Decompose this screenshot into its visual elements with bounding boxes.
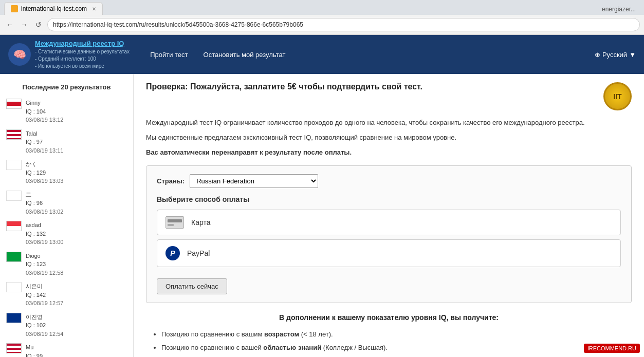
payment-option-paypal[interactable]: P PayPal: [157, 239, 621, 267]
result-time: 03/08/19 13:11: [26, 146, 63, 155]
bottom-section: В дополнении к вашему показателю уровня …: [146, 313, 632, 357]
result-iq: IQ : 142: [26, 291, 63, 299]
result-name: Talal: [26, 129, 63, 138]
browser-toolbar: ← → ↺: [0, 15, 644, 34]
result-item: かく IQ : 129 03/08/19 13:03: [0, 157, 133, 188]
tab-label: international-iq-test.com: [21, 5, 87, 12]
result-time: 03/08/19 12:58: [26, 269, 63, 277]
bullet-list: Позицию по сравнению с вашим возрастом (…: [146, 328, 632, 357]
result-item: 이진영 IQ : 102 03/08/19 12:54: [0, 310, 133, 341]
result-info: Mu IQ : 99 03/08/19 12:52: [26, 343, 63, 357]
tab-bar: international-iq-test.com ✕ energiazer..…: [0, 0, 644, 15]
result-info: Talal IQ : 97 03/08/19 13:11: [26, 129, 63, 155]
result-info: 시은미 IQ : 142 03/08/19 12:57: [26, 282, 63, 308]
result-info: Ginny IQ : 104 03/08/19 13:12: [26, 99, 63, 124]
result-time: 03/08/19 13:03: [26, 177, 63, 185]
result-item: 시은미 IQ : 142 03/08/19 12:57: [0, 279, 133, 310]
result-iq: IQ : 104: [26, 107, 63, 116]
flag-icon: [6, 99, 22, 109]
flag-icon: [6, 221, 22, 231]
site-header: 🧠 Международный реестр IQ - Статистическ…: [0, 35, 644, 74]
logo-text: Международный реестр IQ - Статистические…: [35, 39, 130, 70]
payment-method-title: Выберите способ оплаты: [157, 195, 621, 203]
lang-selector[interactable]: ⊕ Русский ▼: [595, 51, 636, 59]
main-content: Последние 20 результатов Ginny IQ : 104 …: [0, 74, 644, 357]
result-name: Ginny: [26, 99, 63, 107]
result-item: Talal IQ : 97 03/08/19 13:11: [0, 127, 133, 158]
card-icon: [165, 216, 184, 229]
refresh-button[interactable]: ↺: [33, 19, 44, 30]
country-label: Страны:: [157, 177, 185, 185]
active-tab[interactable]: international-iq-test.com ✕: [4, 2, 103, 15]
country-select[interactable]: Russian Federation: [190, 174, 318, 188]
site-logo: 🧠 Международный реестр IQ - Статистическ…: [8, 39, 130, 70]
result-name: asdad: [26, 221, 63, 230]
energizer-label: energiazer...: [598, 4, 640, 15]
result-iq: IQ : 123: [26, 260, 63, 269]
result-item: asdad IQ : 132 03/08/19 13:00: [0, 218, 133, 249]
result-iq: IQ : 132: [26, 230, 63, 238]
brain-icon: 🧠: [13, 48, 26, 61]
logo-title[interactable]: Международный реестр IQ: [35, 39, 130, 48]
result-time: 03/08/19 13:02: [26, 208, 63, 216]
result-name: Diogo: [26, 252, 63, 260]
result-iq: IQ : 99: [26, 352, 63, 357]
forward-button[interactable]: →: [19, 19, 30, 30]
lang-label: ⊕ Русский: [595, 51, 627, 59]
result-name: 시은미: [26, 282, 63, 291]
result-time: 03/08/19 12:54: [26, 330, 63, 339]
result-time: 03/08/19 13:00: [26, 238, 63, 247]
desc1: Международный тест IQ ограничивает колич…: [146, 118, 632, 128]
sidebar-title: Последние 20 результатов: [0, 80, 133, 96]
back-button[interactable]: ←: [4, 19, 15, 30]
result-info: 이진영 IQ : 102 03/08/19 12:54: [26, 313, 63, 339]
nav-take-test[interactable]: Пройти тест: [150, 51, 188, 59]
result-item: Mu IQ : 99 03/08/19 12:52: [0, 341, 133, 357]
flag-icon: [6, 191, 22, 201]
pay-now-button[interactable]: Оплатить сейчас: [157, 278, 227, 294]
result-iq: IQ : 96: [26, 199, 63, 208]
chevron-down-icon: ▼: [629, 51, 636, 59]
result-time: 03/08/19 12:57: [26, 299, 63, 308]
result-name: 二: [26, 191, 63, 199]
result-item: Ginny IQ : 104 03/08/19 13:12: [0, 96, 133, 127]
iit-badge: IIT: [603, 82, 632, 110]
tab-close-button[interactable]: ✕: [92, 6, 96, 12]
tab-favicon: [11, 5, 18, 12]
result-info: かく IQ : 129 03/08/19 13:03: [26, 160, 63, 185]
result-item: Diogo IQ : 123 03/08/19 12:58: [0, 249, 133, 280]
payment-option-card[interactable]: Карта: [157, 210, 621, 235]
bottom-title: В дополнении к вашему показателю уровня …: [146, 313, 632, 322]
page-wrapper: 🧠 Международный реестр IQ - Статистическ…: [0, 35, 644, 357]
logo-sub2: - Средний интеллект: 100: [35, 55, 130, 63]
result-info: 二 IQ : 96 03/08/19 13:02: [26, 191, 63, 216]
flag-icon: [6, 313, 22, 323]
payment-paypal-label: PayPal: [187, 249, 210, 257]
page-header-row: Проверка: Пожалуйста, заплатите 5€ чтобы…: [146, 82, 632, 110]
payment-card-label: Карта: [191, 218, 210, 227]
desc3: Вас автоматически перенаправят к результ…: [146, 147, 632, 158]
payment-box: Страны: Russian Federation Выберите спос…: [146, 165, 632, 303]
flag-icon: [6, 252, 22, 262]
list-item: Позицию по сравнению с вашей областью зн…: [161, 341, 632, 354]
result-iq: IQ : 129: [26, 168, 63, 177]
flag-icon: [6, 160, 22, 170]
logo-sub3: - Используется во всем мире: [35, 63, 130, 70]
result-info: asdad IQ : 132 03/08/19 13:00: [26, 221, 63, 247]
result-name: 이진영: [26, 313, 63, 322]
list-item: Позицию по сравнению с вашим уровнем обу…: [161, 354, 632, 357]
list-item: Позицию по сравнению с вашим возрастом (…: [161, 328, 632, 341]
right-content: Проверка: Пожалуйста, заплатите 5€ чтобы…: [134, 74, 644, 357]
result-item: 二 IQ : 96 03/08/19 13:02: [0, 188, 133, 219]
result-iq: IQ : 102: [26, 321, 63, 330]
irecommend-badge: iRECOMMEND.RU: [584, 344, 640, 353]
country-row: Страны: Russian Federation: [157, 174, 621, 188]
desc2: Мы единственные предлагаем эксклюзивный …: [146, 133, 632, 143]
paypal-icon: P: [165, 246, 180, 260]
nav-save-result[interactable]: Остановить мой результат: [204, 51, 286, 59]
page-title: Проверка: Пожалуйста, заплатите 5€ чтобы…: [146, 82, 422, 91]
result-time: 03/08/19 13:12: [26, 116, 63, 124]
result-name: かく: [26, 160, 63, 168]
url-bar[interactable]: [47, 18, 640, 31]
flag-icon: [6, 343, 22, 353]
